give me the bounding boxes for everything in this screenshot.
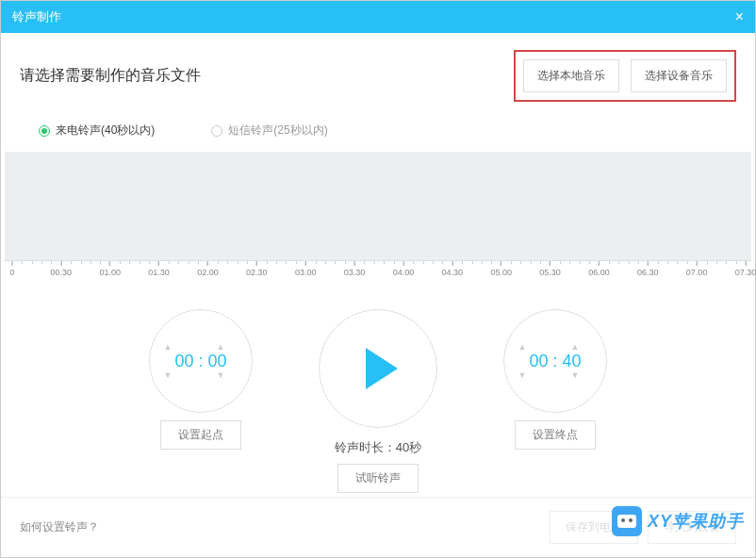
save-to-device-button[interactable]: 导入到设备 (648, 511, 736, 544)
close-icon[interactable]: × (735, 8, 744, 25)
ruler-tick: 04.00 (393, 261, 415, 277)
play-button[interactable] (319, 309, 437, 428)
start-point-group: ▲ ▲ 00 : 00 ▼ ▼ 设置起点 (149, 309, 253, 450)
duration-label: 铃声时长：40秒 (319, 439, 437, 456)
ruler-tick: 02.30 (246, 261, 268, 277)
ruler-tick: 03.30 (344, 261, 366, 277)
choose-device-music-button[interactable]: 选择设备音乐 (631, 59, 727, 92)
radio-incoming-call[interactable]: 来电铃声(40秒以内) (39, 123, 155, 139)
ruler-tick: 01.30 (148, 261, 170, 277)
time-ruler: 000.3001.0001.3002.0002.3003.0003.3004.0… (5, 260, 751, 283)
ruler-tick: 00.30 (51, 261, 73, 277)
chevron-down-icon[interactable]: ▼ ▼ (518, 371, 593, 380)
ruler-tick: 07.00 (686, 261, 708, 277)
radio-sms[interactable]: 短信铃声(25秒以内) (211, 123, 327, 139)
ruler-tick: 05.00 (490, 261, 512, 277)
end-point-group: ▲ ▲ 00 : 40 ▼ ▼ 设置终点 (503, 309, 607, 450)
ruler-tick: 06.00 (588, 261, 610, 277)
waveform-area[interactable] (5, 152, 751, 260)
chevron-down-icon[interactable]: ▼ ▼ (164, 371, 238, 380)
set-end-button[interactable]: 设置终点 (515, 420, 596, 450)
window-title: 铃声制作 (12, 8, 61, 25)
start-time-dial[interactable]: ▲ ▲ 00 : 00 ▼ ▼ (149, 309, 253, 413)
radio-sms-label: 短信铃声(25秒以内) (228, 123, 327, 139)
play-icon (366, 348, 398, 389)
titlebar: 铃声制作 × (1, 1, 755, 33)
radio-incoming-label: 来电铃声(40秒以内) (56, 123, 155, 139)
radio-dot-icon (39, 125, 50, 137)
ruler-tick: 04.30 (442, 261, 464, 277)
end-time-dial[interactable]: ▲ ▲ 00 : 40 ▼ ▼ (503, 309, 607, 413)
ringtone-maker-window: 铃声制作 × 请选择需要制作的音乐文件 选择本地音乐 选择设备音乐 来电铃声(4… (0, 0, 756, 558)
controls-row: ▲ ▲ 00 : 00 ▼ ▼ 设置起点 铃声时长：40秒 试听铃声 ▲ ▲ 0… (1, 309, 755, 493)
play-group: 铃声时长：40秒 试听铃声 (319, 309, 437, 493)
chevron-up-icon[interactable]: ▲ ▲ (164, 343, 238, 352)
instruction-text: 请选择需要制作的音乐文件 (20, 66, 201, 86)
ruler-tick: 02.00 (197, 261, 219, 277)
start-time-value: 00 : 00 (174, 352, 226, 371)
chevron-up-icon[interactable]: ▲ ▲ (518, 343, 593, 352)
ruler-tick: 01.00 (99, 261, 121, 277)
radio-dot-icon (211, 125, 222, 137)
source-buttons-highlight: 选择本地音乐 选择设备音乐 (514, 50, 736, 102)
ringtone-type-radios: 来电铃声(40秒以内) 短信铃声(25秒以内) (1, 119, 755, 152)
topbar: 请选择需要制作的音乐文件 选择本地音乐 选择设备音乐 (1, 33, 755, 119)
ruler-tick: 06.30 (637, 261, 659, 277)
footer-buttons: 保存到电脑 导入到设备 (550, 511, 736, 544)
help-link[interactable]: 如何设置铃声？ (20, 519, 99, 535)
preview-button[interactable]: 试听铃声 (337, 464, 419, 493)
end-time-value: 00 : 40 (529, 352, 581, 371)
ruler-tick: 0 (9, 261, 14, 277)
save-to-pc-button[interactable]: 保存到电脑 (550, 511, 638, 544)
set-start-button[interactable]: 设置起点 (160, 420, 241, 450)
choose-local-music-button[interactable]: 选择本地音乐 (523, 59, 619, 92)
ruler-tick: 05.30 (539, 261, 561, 277)
ruler-tick: 03.00 (295, 261, 317, 277)
footer: 如何设置铃声？ 保存到电脑 导入到设备 (1, 497, 755, 557)
ruler-tick: 07.30 (735, 261, 756, 277)
